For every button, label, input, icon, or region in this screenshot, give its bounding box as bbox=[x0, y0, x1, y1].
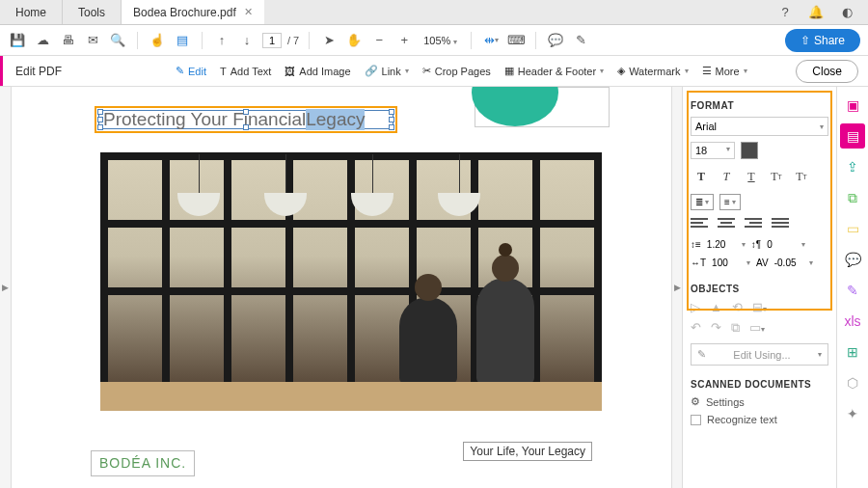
format-panel: FORMAT Arial▾ 18▾ T T T TT TT ≣▾ ≡▾ ↕≡ ▾… bbox=[683, 87, 837, 488]
footer-text-box[interactable]: Your Life, Your Legacy bbox=[463, 442, 592, 461]
comment-icon[interactable]: 💬 bbox=[546, 31, 565, 50]
tracking-icon: AV bbox=[756, 258, 769, 268]
line-height-input[interactable] bbox=[707, 239, 736, 250]
rail-more-icon[interactable]: ✦ bbox=[840, 401, 865, 426]
number-list-button[interactable]: ≡▾ bbox=[719, 194, 741, 210]
more-tool[interactable]: ☰ More ▾ bbox=[702, 65, 747, 77]
zoom-dropdown[interactable]: 105% ▾ bbox=[420, 33, 461, 48]
flip-h-icon[interactable]: ▷ bbox=[691, 300, 700, 314]
rail-organize-icon[interactable]: ⧉ bbox=[840, 185, 865, 210]
main-toolbar: 💾 ☁ 🖶 ✉ 🔍 ☝ ▤ ↑ ↓ / 7 ➤ ✋ − + 105% ▾ ⇹▾ … bbox=[0, 25, 868, 56]
rail-comment-icon[interactable]: ▭ bbox=[840, 216, 865, 241]
underline-button[interactable]: T bbox=[741, 167, 762, 186]
pointer-icon[interactable]: ➤ bbox=[319, 31, 339, 50]
bell-icon[interactable]: 🔔 bbox=[806, 3, 826, 22]
read-mode-icon[interactable]: ⌨ bbox=[506, 31, 526, 50]
chevron-right-icon: ▶ bbox=[674, 283, 681, 292]
align-left-button[interactable] bbox=[691, 218, 708, 231]
edit-pdf-label: Edit PDF bbox=[15, 65, 62, 78]
watermark-tool[interactable]: ◈ Watermark ▾ bbox=[617, 65, 688, 77]
chevron-right-icon: ▶ bbox=[2, 283, 9, 292]
close-button[interactable]: Close bbox=[796, 60, 858, 83]
recognize-text-checkbox[interactable]: Recognize text bbox=[691, 414, 828, 425]
rotate-left-icon[interactable]: ↶ bbox=[691, 320, 701, 336]
replace-icon[interactable]: ▭▾ bbox=[749, 320, 765, 336]
graphic-object[interactable] bbox=[475, 87, 610, 127]
bullet-list-button[interactable]: ≣▾ bbox=[691, 194, 714, 210]
rotate-right-icon[interactable]: ↷ bbox=[711, 320, 721, 336]
zoom-in-icon[interactable]: + bbox=[394, 31, 414, 50]
rotate-ccw-icon[interactable]: ⟲ bbox=[732, 300, 743, 314]
print-icon[interactable]: 🖶 bbox=[58, 31, 77, 50]
rail-export-icon[interactable]: ⇪ bbox=[840, 154, 865, 179]
page-down-icon[interactable]: ↓ bbox=[237, 31, 257, 50]
superscript-button[interactable]: TT bbox=[766, 167, 787, 186]
zoom-out-icon[interactable]: − bbox=[369, 31, 389, 50]
share-button[interactable]: ⇧ Share bbox=[785, 29, 860, 52]
touch-icon[interactable]: ☝ bbox=[148, 31, 167, 50]
format-heading: FORMAT bbox=[691, 100, 828, 111]
align-right-button[interactable] bbox=[745, 218, 762, 231]
highlight-icon[interactable]: ✎ bbox=[571, 31, 590, 50]
rail-fill-sign-icon[interactable]: 💬 bbox=[840, 247, 865, 272]
tab-tools[interactable]: Tools bbox=[63, 0, 122, 24]
edit-using-dropdown[interactable]: ✎ Edit Using...▾ bbox=[691, 343, 828, 366]
page-icon[interactable]: ▤ bbox=[173, 31, 192, 50]
account-icon[interactable]: ◐ bbox=[837, 3, 856, 22]
rail-protect-icon[interactable]: ⬡ bbox=[840, 370, 865, 395]
hand-icon[interactable]: ✋ bbox=[344, 31, 364, 50]
add-image-tool[interactable]: 🖼 Add Image bbox=[285, 66, 350, 77]
hscale-icon: ↔T bbox=[691, 258, 706, 268]
objects-heading: OBJECTS bbox=[691, 284, 828, 294]
page-number-input[interactable] bbox=[262, 33, 282, 48]
save-icon[interactable]: 💾 bbox=[8, 31, 27, 50]
italic-button[interactable]: T bbox=[716, 167, 737, 186]
para-spacing-icon: ↕¶ bbox=[751, 239, 761, 250]
edit-tool[interactable]: ✎ Edit bbox=[176, 65, 206, 77]
align-justify-button[interactable] bbox=[772, 218, 789, 231]
crop-tool[interactable]: ✂ Crop Pages bbox=[422, 65, 491, 77]
link-tool[interactable]: 🔗 Link ▾ bbox=[365, 65, 409, 77]
rail-redact-icon[interactable]: xls bbox=[840, 309, 865, 334]
tools-rail: ▣ ▤ ⇪ ⧉ ▭ 💬 ✎ xls ⊞ ⬡ ✦ bbox=[837, 87, 868, 488]
crop-icon[interactable]: ⧉ bbox=[731, 320, 740, 336]
rail-create-icon[interactable]: ▣ bbox=[840, 93, 865, 118]
header-footer-tool[interactable]: ▦ Header & Footer ▾ bbox=[504, 65, 604, 77]
left-rail[interactable]: ▶ bbox=[0, 87, 12, 488]
font-size-dropdown[interactable]: 18▾ bbox=[691, 142, 735, 159]
font-color-swatch[interactable] bbox=[741, 142, 758, 159]
bold-button[interactable]: T bbox=[691, 167, 712, 186]
rail-optimize-icon[interactable]: ⊞ bbox=[840, 339, 865, 365]
font-dropdown[interactable]: Arial▾ bbox=[691, 117, 828, 136]
logo-box[interactable]: BODÉA INC. bbox=[91, 450, 195, 476]
settings-row[interactable]: ⚙ Settings bbox=[691, 395, 828, 408]
scanned-heading: SCANNED DOCUMENTS bbox=[691, 379, 828, 390]
tracking-input[interactable] bbox=[774, 258, 803, 268]
flip-v-icon[interactable]: ▲ bbox=[710, 300, 722, 314]
tab-home[interactable]: Home bbox=[0, 0, 63, 24]
add-text-tool[interactable]: T Add Text bbox=[220, 66, 271, 77]
subscript-button[interactable]: TT bbox=[791, 167, 812, 186]
text-edit-selection[interactable]: Protecting Your Financial Legacy bbox=[95, 106, 397, 133]
line-height-icon: ↕≡ bbox=[691, 239, 701, 250]
tab-document-label: Bodea Brochure.pdf bbox=[133, 6, 236, 19]
para-spacing-input[interactable] bbox=[767, 239, 796, 250]
document-canvas[interactable]: Protecting Your Financial Legacy 🖼 bbox=[12, 87, 671, 488]
hscale-input[interactable] bbox=[712, 258, 741, 268]
search-icon[interactable]: 🔍 bbox=[108, 31, 127, 50]
rail-sign-icon[interactable]: ✎ bbox=[840, 278, 865, 303]
fit-width-icon[interactable]: ⇹▾ bbox=[481, 31, 501, 50]
mail-icon[interactable]: ✉ bbox=[83, 31, 102, 50]
page-total: / 7 bbox=[287, 35, 299, 46]
help-icon[interactable]: ? bbox=[775, 3, 795, 22]
heading-text: Protecting Your Financial bbox=[103, 109, 306, 130]
close-icon[interactable]: ✕ bbox=[244, 6, 253, 18]
right-rail-collapse[interactable]: ▶ bbox=[671, 87, 683, 488]
page-up-icon[interactable]: ↑ bbox=[212, 31, 231, 50]
tab-document[interactable]: Bodea Brochure.pdf ✕ bbox=[122, 0, 264, 24]
arrange-icon[interactable]: ⊟▾ bbox=[752, 300, 767, 314]
rail-edit-icon[interactable]: ▤ bbox=[840, 123, 865, 149]
align-center-button[interactable] bbox=[718, 218, 735, 231]
image-object[interactable]: 🖼 bbox=[100, 152, 602, 411]
cloud-icon[interactable]: ☁ bbox=[33, 31, 52, 50]
